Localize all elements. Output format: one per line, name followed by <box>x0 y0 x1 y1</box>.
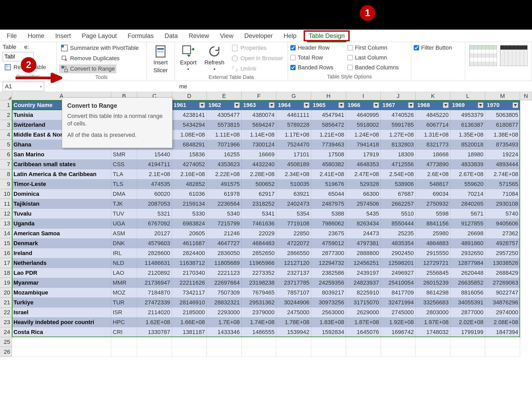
cell[interactable]: UGA <box>111 219 137 229</box>
cell[interactable] <box>276 347 311 357</box>
cell[interactable]: 2915550 <box>416 248 450 258</box>
cell[interactable]: 548817 <box>416 179 450 189</box>
cell[interactable]: 4580382 <box>311 159 346 169</box>
cell[interactable]: 2888800 <box>346 248 381 258</box>
cell[interactable]: 4508189 <box>276 159 311 169</box>
cell[interactable]: 1381187 <box>172 327 207 337</box>
cell[interactable] <box>346 347 381 357</box>
cell[interactable] <box>207 337 242 347</box>
cell[interactable]: 1.7E+08 <box>207 317 242 327</box>
cell[interactable]: 4380074 <box>242 110 276 120</box>
cell[interactable] <box>311 337 346 347</box>
cell[interactable]: 7739463 <box>311 140 346 150</box>
cell[interactable]: 24259356 <box>311 278 346 288</box>
cell[interactable]: HPC <box>111 317 137 327</box>
cell[interactable]: 12598201 <box>381 258 416 268</box>
cell[interactable]: 1.31E+08 <box>416 130 450 140</box>
cell[interactable]: 5063805 <box>485 110 520 120</box>
cell[interactable] <box>416 347 450 357</box>
cell[interactable]: 2120892 <box>137 268 172 278</box>
cell[interactable]: 21736947 <box>137 278 172 288</box>
cell[interactable]: 8520018 <box>450 140 485 150</box>
cell[interactable]: 8263434 <box>346 219 381 229</box>
cell[interactable]: 5354 <box>276 209 311 219</box>
cell[interactable]: 24473 <box>346 229 381 238</box>
cell[interactable]: 7507309 <box>207 288 242 298</box>
cell[interactable]: 2957250 <box>485 248 520 258</box>
cell[interactable] <box>172 337 207 347</box>
cell[interactable]: 67687 <box>381 189 416 199</box>
cell[interactable]: 22029 <box>242 229 276 238</box>
cell[interactable]: 1.17E+08 <box>276 130 311 140</box>
filter-dropdown-icon[interactable] <box>199 102 205 108</box>
cell[interactable]: 26635852 <box>450 278 485 288</box>
cell[interactable]: Lao PDR <box>12 268 111 278</box>
cell[interactable]: 7719108 <box>276 219 311 229</box>
col-header-D[interactable]: D <box>172 92 207 100</box>
cell[interactable]: 4547941 <box>311 110 346 120</box>
cell[interactable]: 5434294 <box>172 120 207 130</box>
tab-review[interactable]: Review <box>187 30 211 42</box>
cell[interactable]: 2.1E+08 <box>137 169 172 179</box>
header-cell[interactable]: 1967 <box>381 100 416 110</box>
cell[interactable]: 4833839 <box>450 159 485 169</box>
cell[interactable]: 2828600 <box>137 248 172 258</box>
cell[interactable]: 1.62E+08 <box>137 317 172 327</box>
cell[interactable]: 571565 <box>485 179 520 189</box>
cell[interactable]: 2662257 <box>381 199 416 209</box>
cell[interactable]: 1.21E+08 <box>311 130 346 140</box>
cell[interactable]: 2439197 <box>346 268 381 278</box>
col-header-K[interactable]: K <box>416 92 450 100</box>
cell[interactable]: 25235 <box>381 229 416 238</box>
cell[interactable]: 2902450 <box>381 248 416 258</box>
cell[interactable]: Israel <box>12 307 111 317</box>
cell[interactable]: 4647727 <box>207 238 242 248</box>
cell[interactable]: 2221123 <box>207 268 242 278</box>
header-cell[interactable]: 1961 <box>172 100 207 110</box>
cell[interactable]: 31715070 <box>346 298 381 307</box>
cell[interactable]: 2836050 <box>207 248 242 258</box>
cell[interactable]: CSS <box>111 159 137 169</box>
row-header[interactable]: 4 <box>0 130 12 140</box>
cell[interactable]: 5388 <box>311 209 346 219</box>
cell[interactable]: 4759012 <box>311 238 346 248</box>
col-header-G[interactable]: G <box>276 92 311 100</box>
remove-duplicates-button[interactable]: Remove Duplicates <box>59 54 121 63</box>
cell[interactable]: 7184870 <box>137 288 172 298</box>
cell[interactable]: 4953379 <box>450 110 485 120</box>
cell[interactable]: 2379000 <box>242 307 276 317</box>
cell[interactable]: 1847394 <box>485 327 520 337</box>
cell[interactable]: 8225910 <box>346 288 381 298</box>
cell[interactable]: 1.08E+08 <box>172 130 207 140</box>
row-header[interactable]: 18 <box>0 268 12 278</box>
cell[interactable]: 7524470 <box>276 140 311 150</box>
cell[interactable]: 6180877 <box>485 120 520 130</box>
cell[interactable]: 482852 <box>172 179 207 189</box>
cell[interactable]: 1.74E+08 <box>242 317 276 327</box>
cell[interactable]: 24823937 <box>346 278 381 288</box>
cell[interactable]: 26698 <box>450 229 485 238</box>
cell[interactable]: 2087053 <box>137 199 172 209</box>
row-header[interactable]: 2 <box>0 110 12 120</box>
cell[interactable]: 13038526 <box>485 258 520 268</box>
total-row-checkbox[interactable]: Total Row <box>290 53 345 62</box>
row-header[interactable]: 13 <box>0 219 12 229</box>
cell[interactable]: 4274052 <box>172 159 207 169</box>
cell[interactable]: 1.97E+08 <box>416 317 450 327</box>
cell[interactable]: 26015239 <box>416 278 450 288</box>
tab-data[interactable]: Data <box>163 30 179 42</box>
row-header[interactable]: 14 <box>0 229 12 238</box>
cell[interactable] <box>485 337 520 347</box>
cell[interactable]: SMR <box>111 150 137 159</box>
cell[interactable]: DNK <box>111 238 137 248</box>
cell[interactable]: 22850 <box>276 229 311 238</box>
cell[interactable]: 20127 <box>137 229 172 238</box>
export-button[interactable]: Export ▾ <box>177 44 199 72</box>
cell[interactable]: 2475000 <box>276 307 311 317</box>
cell[interactable]: 4611687 <box>172 238 207 248</box>
row-header[interactable]: 24 <box>0 327 12 337</box>
cell[interactable]: 5694247 <box>242 120 276 130</box>
cell[interactable] <box>346 337 381 347</box>
cell[interactable]: 6136387 <box>450 120 485 130</box>
cell[interactable] <box>111 337 137 347</box>
